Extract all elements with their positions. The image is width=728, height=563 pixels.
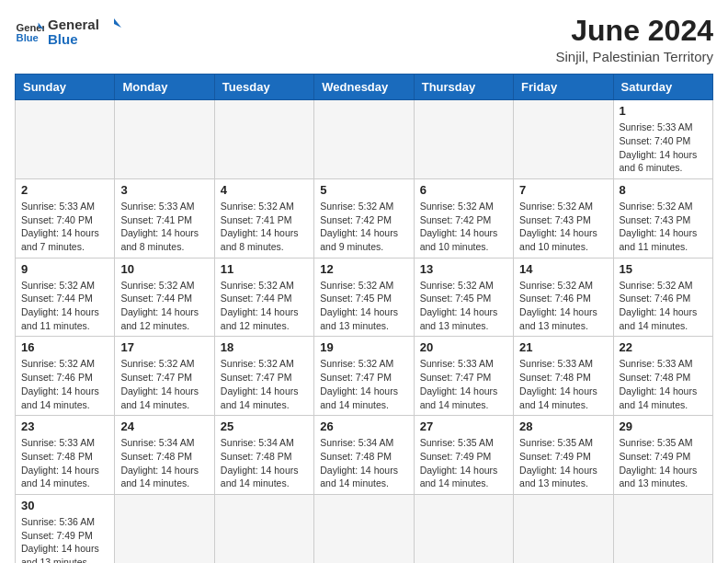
calendar-cell (214, 100, 313, 179)
day-number: 3 (120, 183, 208, 197)
day-number: 1 (620, 104, 707, 118)
calendar-cell: 13Sunrise: 5:32 AM Sunset: 7:45 PM Dayli… (414, 258, 513, 337)
calendar-cell: 9Sunrise: 5:32 AM Sunset: 7:44 PM Daylig… (16, 258, 115, 337)
calendar-cell: 8Sunrise: 5:32 AM Sunset: 7:43 PM Daylig… (613, 178, 712, 258)
day-number: 15 (620, 262, 707, 276)
week-row-2: 2Sunrise: 5:33 AM Sunset: 7:40 PM Daylig… (16, 178, 713, 258)
day-header-saturday: Saturday (613, 75, 712, 100)
day-info: Sunrise: 5:32 AM Sunset: 7:43 PM Dayligh… (519, 200, 607, 254)
calendar-cell (613, 494, 712, 563)
day-number: 5 (320, 183, 407, 197)
logo-svg: General Blue (48, 15, 121, 48)
calendar-cell (314, 494, 414, 563)
day-info: Sunrise: 5:32 AM Sunset: 7:46 PM Dayligh… (21, 357, 108, 411)
calendar-cell: 14Sunrise: 5:32 AM Sunset: 7:46 PM Dayli… (514, 258, 613, 337)
day-number: 12 (320, 262, 407, 276)
svg-text:General: General (48, 17, 99, 32)
day-number: 16 (21, 340, 108, 354)
calendar-cell: 22Sunrise: 5:33 AM Sunset: 7:48 PM Dayli… (613, 337, 712, 416)
day-number: 24 (120, 419, 208, 433)
calendar-cell: 19Sunrise: 5:32 AM Sunset: 7:47 PM Dayli… (314, 337, 414, 416)
title-area: June 2024 Sinjil, Palestinian Territory (556, 15, 713, 64)
calendar-cell (414, 100, 513, 179)
day-number: 27 (420, 419, 507, 433)
day-number: 28 (519, 419, 607, 433)
calendar-cell (16, 100, 115, 179)
day-number: 9 (21, 262, 108, 276)
day-number: 18 (221, 340, 308, 354)
day-info: Sunrise: 5:32 AM Sunset: 7:43 PM Dayligh… (620, 200, 707, 254)
day-header-monday: Monday (115, 75, 214, 100)
calendar-cell: 6Sunrise: 5:32 AM Sunset: 7:42 PM Daylig… (414, 178, 513, 258)
day-number: 8 (620, 183, 707, 197)
svg-marker-5 (114, 18, 121, 28)
day-info: Sunrise: 5:35 AM Sunset: 7:49 PM Dayligh… (420, 436, 507, 490)
calendar-cell (314, 100, 414, 179)
day-number: 11 (221, 262, 308, 276)
day-number: 22 (620, 340, 707, 354)
day-info: Sunrise: 5:32 AM Sunset: 7:47 PM Dayligh… (221, 357, 308, 411)
calendar-cell: 23Sunrise: 5:33 AM Sunset: 7:48 PM Dayli… (16, 416, 115, 495)
calendar-cell: 21Sunrise: 5:33 AM Sunset: 7:48 PM Dayli… (514, 337, 613, 416)
calendar-cell: 3Sunrise: 5:33 AM Sunset: 7:41 PM Daylig… (115, 178, 214, 258)
day-info: Sunrise: 5:34 AM Sunset: 7:48 PM Dayligh… (320, 436, 407, 490)
day-header-friday: Friday (514, 75, 613, 100)
calendar-cell: 26Sunrise: 5:34 AM Sunset: 7:48 PM Dayli… (314, 416, 414, 495)
svg-text:Blue: Blue (17, 32, 39, 43)
day-info: Sunrise: 5:34 AM Sunset: 7:48 PM Dayligh… (221, 436, 308, 490)
day-info: Sunrise: 5:32 AM Sunset: 7:45 PM Dayligh… (320, 279, 407, 333)
week-row-6: 30Sunrise: 5:36 AM Sunset: 7:49 PM Dayli… (16, 494, 713, 563)
day-info: Sunrise: 5:35 AM Sunset: 7:49 PM Dayligh… (519, 436, 607, 490)
calendar-cell: 18Sunrise: 5:32 AM Sunset: 7:47 PM Dayli… (214, 337, 313, 416)
day-header-wednesday: Wednesday (314, 75, 414, 100)
day-header-tuesday: Tuesday (214, 75, 313, 100)
day-info: Sunrise: 5:32 AM Sunset: 7:47 PM Dayligh… (120, 357, 208, 411)
day-info: Sunrise: 5:33 AM Sunset: 7:41 PM Dayligh… (120, 200, 208, 254)
logo-icon: General Blue (15, 17, 44, 46)
day-info: Sunrise: 5:35 AM Sunset: 7:49 PM Dayligh… (620, 436, 707, 490)
calendar-cell: 7Sunrise: 5:32 AM Sunset: 7:43 PM Daylig… (514, 178, 613, 258)
day-number: 26 (320, 419, 407, 433)
day-number: 20 (420, 340, 507, 354)
page-header: General Blue General Blue June 2024 Sinj… (15, 15, 713, 64)
calendar-cell: 11Sunrise: 5:32 AM Sunset: 7:44 PM Dayli… (214, 258, 313, 337)
calendar-cell: 25Sunrise: 5:34 AM Sunset: 7:48 PM Dayli… (214, 416, 313, 495)
day-info: Sunrise: 5:32 AM Sunset: 7:42 PM Dayligh… (320, 200, 407, 254)
svg-text:Blue: Blue (48, 31, 78, 47)
day-info: Sunrise: 5:32 AM Sunset: 7:44 PM Dayligh… (120, 279, 208, 333)
week-row-1: 1Sunrise: 5:33 AM Sunset: 7:40 PM Daylig… (16, 100, 713, 179)
calendar-cell: 24Sunrise: 5:34 AM Sunset: 7:48 PM Dayli… (115, 416, 214, 495)
calendar-cell (514, 494, 613, 563)
day-info: Sunrise: 5:34 AM Sunset: 7:48 PM Dayligh… (120, 436, 208, 490)
day-info: Sunrise: 5:32 AM Sunset: 7:41 PM Dayligh… (221, 200, 308, 254)
day-info: Sunrise: 5:33 AM Sunset: 7:48 PM Dayligh… (519, 357, 607, 411)
day-info: Sunrise: 5:32 AM Sunset: 7:47 PM Dayligh… (320, 357, 407, 411)
day-number: 25 (221, 419, 308, 433)
calendar-cell: 29Sunrise: 5:35 AM Sunset: 7:49 PM Dayli… (613, 416, 712, 495)
day-info: Sunrise: 5:32 AM Sunset: 7:42 PM Dayligh… (420, 200, 507, 254)
day-number: 14 (519, 262, 607, 276)
calendar-cell: 15Sunrise: 5:32 AM Sunset: 7:46 PM Dayli… (613, 258, 712, 337)
calendar-cell: 12Sunrise: 5:32 AM Sunset: 7:45 PM Dayli… (314, 258, 414, 337)
day-info: Sunrise: 5:33 AM Sunset: 7:47 PM Dayligh… (420, 357, 507, 411)
day-number: 21 (519, 340, 607, 354)
day-header-thursday: Thursday (414, 75, 513, 100)
calendar-cell: 28Sunrise: 5:35 AM Sunset: 7:49 PM Dayli… (514, 416, 613, 495)
week-row-4: 16Sunrise: 5:32 AM Sunset: 7:46 PM Dayli… (16, 337, 713, 416)
day-info: Sunrise: 5:32 AM Sunset: 7:44 PM Dayligh… (21, 279, 108, 333)
calendar-cell (115, 100, 214, 179)
calendar-cell (514, 100, 613, 179)
calendar-cell: 4Sunrise: 5:32 AM Sunset: 7:41 PM Daylig… (214, 178, 313, 258)
month-year-title: June 2024 (556, 15, 713, 47)
calendar-cell: 27Sunrise: 5:35 AM Sunset: 7:49 PM Dayli… (414, 416, 513, 495)
calendar-cell: 10Sunrise: 5:32 AM Sunset: 7:44 PM Dayli… (115, 258, 214, 337)
calendar-table: SundayMondayTuesdayWednesdayThursdayFrid… (15, 74, 713, 563)
day-info: Sunrise: 5:33 AM Sunset: 7:48 PM Dayligh… (21, 436, 108, 490)
calendar-cell (414, 494, 513, 563)
day-number: 6 (420, 183, 507, 197)
calendar-header-row: SundayMondayTuesdayWednesdayThursdayFrid… (16, 75, 713, 100)
logo: General Blue General Blue (15, 15, 121, 48)
day-info: Sunrise: 5:32 AM Sunset: 7:44 PM Dayligh… (221, 279, 308, 333)
day-number: 23 (21, 419, 108, 433)
calendar-cell: 5Sunrise: 5:32 AM Sunset: 7:42 PM Daylig… (314, 178, 414, 258)
